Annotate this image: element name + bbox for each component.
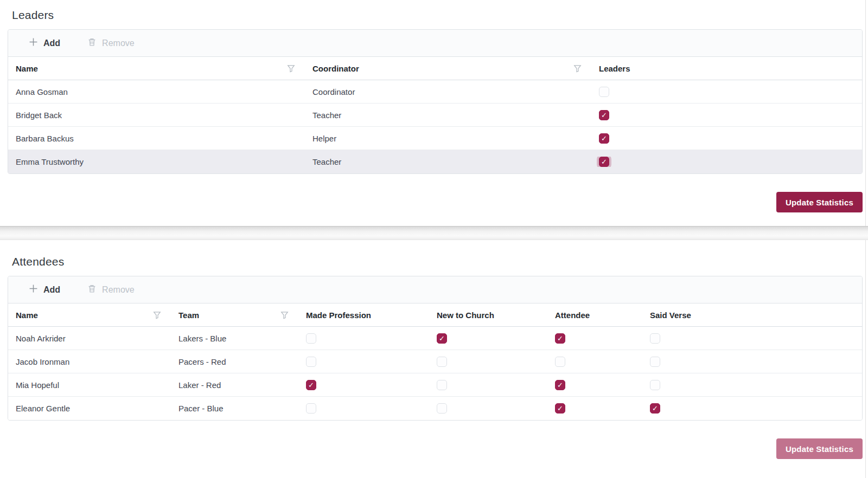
attendee-name-cell[interactable]: Mia Hopeful [8,380,171,390]
attendees-header-row: Name Team Made Profession New to Church … [8,303,862,327]
table-row[interactable]: Jacob Ironman Pacers - Red [8,350,862,373]
said-verse-checkbox[interactable] [650,357,660,367]
attendee-checkbox[interactable] [555,380,565,390]
table-row[interactable]: Bridget Back Teacher [8,104,862,127]
leader-coordinator-cell[interactable]: Coordinator [305,87,591,96]
attendee-team-cell[interactable]: Pacers - Red [171,357,298,366]
table-row[interactable]: Barbara Backus Helper [8,127,862,150]
leaders-update-statistics-button[interactable]: Update Statistics [776,192,863,212]
table-row[interactable]: Mia Hopeful Laker - Red [8,373,862,397]
made-profession-checkbox[interactable] [306,357,316,367]
leaders-panel: Leaders Add Remove Name [0,0,866,226]
plus-icon [29,284,38,295]
attendees-add-label: Add [43,285,60,295]
attendee-name-cell[interactable]: Noah Arkrider [8,334,171,343]
attendee-checkbox[interactable] [555,333,565,344]
leaders-panel-title: Leaders [8,0,865,29]
attendees-header-said-verse[interactable]: Said Verse [642,311,862,320]
leader-checkbox[interactable] [599,157,609,167]
made-profession-checkbox[interactable] [306,403,316,414]
leaders-add-button[interactable]: Add [24,34,65,52]
leaders-remove-label: Remove [102,38,135,48]
leader-name-cell[interactable]: Anna Gosman [8,87,305,96]
attendees-toolbar: Add Remove [8,276,862,303]
attendees-header-new-to-church[interactable]: New to Church [429,311,547,320]
attendee-name-cell[interactable]: Jacob Ironman [8,357,171,366]
attendees-panel: Attendees Add Remove Name [0,240,866,478]
leader-coordinator-cell[interactable]: Teacher [305,157,591,166]
attendees-add-button[interactable]: Add [24,281,65,299]
attendees-grid: Add Remove Name Team [8,276,863,421]
new-to-church-checkbox[interactable] [437,403,447,414]
leader-coordinator-cell[interactable]: Helper [305,134,591,143]
panel-divider [0,226,868,240]
leader-name-cell[interactable]: Bridget Back [8,111,305,120]
said-verse-checkbox[interactable] [650,333,660,344]
attendee-team-cell[interactable]: Laker - Red [171,380,298,390]
attendees-update-statistics-button[interactable]: Update Statistics [776,438,863,459]
filter-icon[interactable] [153,311,161,319]
leader-name-cell[interactable]: Barbara Backus [8,134,305,143]
leaders-remove-button[interactable]: Remove [83,34,139,52]
attendee-team-cell[interactable]: Pacer - Blue [171,404,298,413]
attendees-panel-title: Attendees [8,240,865,276]
new-to-church-checkbox[interactable] [437,333,447,344]
leader-checkbox[interactable] [599,110,609,120]
table-row[interactable]: Eleanor Gentle Pacer - Blue [8,397,862,420]
attendees-header-attendee[interactable]: Attendee [547,311,642,320]
filter-icon[interactable] [280,311,289,319]
attendees-header-team[interactable]: Team [171,311,298,320]
leaders-toolbar: Add Remove [8,30,862,57]
attendee-team-cell[interactable]: Lakers - Blue [171,334,298,343]
table-row[interactable]: Anna Gosman Coordinator [8,80,862,104]
attendee-checkbox[interactable] [555,403,565,414]
filter-icon[interactable] [573,64,582,73]
attendees-header-made-profession[interactable]: Made Profession [298,311,429,320]
made-profession-checkbox[interactable] [306,380,316,390]
table-row[interactable]: Emma Trustworthy Teacher [8,150,862,173]
said-verse-checkbox[interactable] [650,380,660,390]
made-profession-checkbox[interactable] [306,333,316,344]
leader-checkbox[interactable] [599,87,609,97]
leaders-header-coordinator[interactable]: Coordinator [305,64,591,73]
said-verse-checkbox[interactable] [650,403,660,414]
leaders-header-name[interactable]: Name [8,64,305,73]
attendee-checkbox[interactable] [555,357,565,367]
leader-checkbox[interactable] [599,133,609,144]
leader-name-cell[interactable]: Emma Trustworthy [8,157,305,166]
new-to-church-checkbox[interactable] [437,357,447,367]
new-to-church-checkbox[interactable] [437,380,447,390]
filter-icon[interactable] [287,64,295,73]
attendees-header-name[interactable]: Name [8,311,171,320]
attendees-remove-label: Remove [102,285,135,295]
attendee-name-cell[interactable]: Eleanor Gentle [8,404,171,413]
trash-icon [87,284,97,295]
plus-icon [29,37,38,49]
leaders-add-label: Add [43,38,60,48]
trash-icon [87,37,97,49]
leaders-header-row: Name Coordinator Leaders [8,57,862,80]
leaders-header-leaders[interactable]: Leaders [591,64,862,73]
attendees-remove-button[interactable]: Remove [83,281,139,299]
leader-coordinator-cell[interactable]: Teacher [305,111,591,120]
leaders-grid: Add Remove Name Coordinator [8,29,863,174]
table-row[interactable]: Noah Arkrider Lakers - Blue [8,327,862,350]
